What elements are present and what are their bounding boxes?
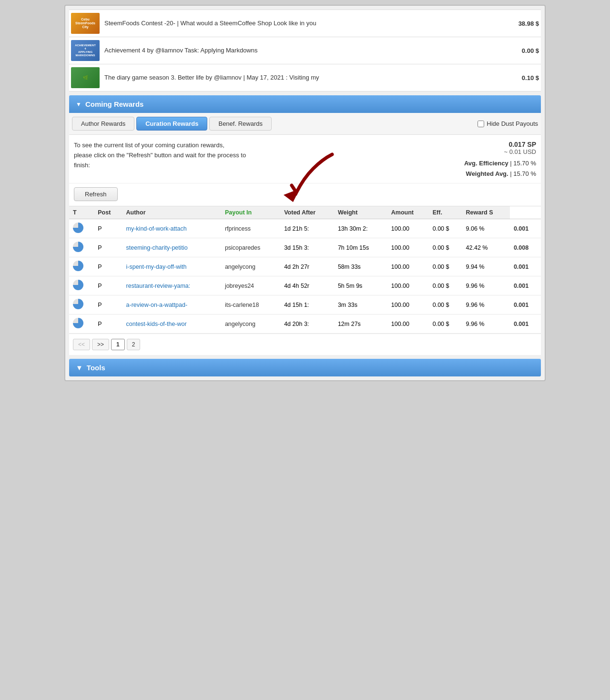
cell-weight: 100.00 (387, 314, 429, 334)
table-body: P my-kind-of-work-attach rfprincess 1d 2… (69, 219, 541, 334)
cell-voted-after: 13h 30m 2: (334, 219, 387, 238)
cell-type: P (94, 219, 122, 238)
tab-benef-rewards[interactable]: Benef. Rewards (209, 117, 272, 131)
cell-post: restaurant-review-yama: (122, 276, 221, 295)
info-right: 0.017 SP ~ 0.01 USD Avg. Efficiency | 15… (450, 141, 536, 179)
cell-author: angelycong (221, 314, 280, 334)
cell-voted-after: 12m 27s (334, 314, 387, 334)
hide-dust-label: Hide Dust Payouts (487, 120, 538, 127)
tools-collapse-arrow-icon: ▼ (76, 364, 83, 372)
refresh-button[interactable]: Refresh (74, 187, 118, 201)
post-title-3: The diary game season 3. Better life by … (104, 74, 518, 82)
cell-pie-icon (69, 295, 94, 314)
post-amount-3: 0.10 $ (522, 74, 539, 81)
post-row: ACHIEVEMENT4APPLYINGMARKDOWNS Achievemen… (69, 37, 541, 64)
cell-payout-in: 3d 15h 3: (280, 238, 334, 257)
pagination: << >> 1 2 (69, 334, 541, 355)
table-header-row: T Post Author Payout In Voted After Weig… (69, 206, 541, 219)
col-header-post: Post (94, 206, 122, 219)
post-row: 🌿 The diary game season 3. Better life b… (69, 64, 541, 91)
col-header-reward: Reward S (462, 206, 510, 219)
cell-pie-icon (69, 238, 94, 257)
pagination-prev[interactable]: << (73, 339, 90, 350)
col-header-eff: Eff. (429, 206, 462, 219)
sp-amount: 0.017 SP (450, 141, 536, 148)
usd-amount: ~ 0.01 USD (450, 148, 536, 155)
hide-dust-checkbox[interactable] (478, 121, 484, 127)
pagination-page-2[interactable]: 2 (127, 339, 141, 350)
post-list: CebuSteemFoodsCity SteemFoods Contest -2… (69, 10, 541, 91)
pagination-page-1[interactable]: 1 (111, 339, 125, 350)
cell-pie-icon (69, 257, 94, 276)
cell-author: rfprincess (221, 219, 280, 238)
cell-type: P (94, 314, 122, 334)
cell-amount: 0.00 $ (429, 276, 462, 295)
col-header-amount: Amount (387, 206, 429, 219)
efficiency-block: Avg. Efficiency | 15.70 % Weighted Avg. … (450, 158, 536, 179)
cell-amount: 0.00 $ (429, 257, 462, 276)
col-header-payout-in: Payout In (221, 206, 280, 219)
cell-eff: 9.96 % (462, 295, 510, 314)
coming-rewards-title: Coming Rewards (85, 100, 144, 108)
cell-reward: 0.008 (510, 238, 541, 257)
cell-type: P (94, 238, 122, 257)
col-header-voted-after: Voted After (280, 206, 334, 219)
post-title-1: SteemFoods Contest -20- | What would a S… (104, 20, 515, 28)
cell-author: its-carlene18 (221, 295, 280, 314)
post-thumbnail-2: ACHIEVEMENT4APPLYINGMARKDOWNS (71, 40, 100, 61)
cell-weight: 100.00 (387, 219, 429, 238)
tools-header: ▼ Tools (69, 359, 541, 376)
info-description: To see the current list of your coming c… (74, 141, 450, 179)
cell-reward: 0.001 (510, 257, 541, 276)
cell-weight: 100.00 (387, 295, 429, 314)
info-section: To see the current list of your coming c… (69, 135, 541, 183)
cell-post: steeming-charity-petitio (122, 238, 221, 257)
cell-eff: 9.06 % (462, 219, 510, 238)
cell-type: P (94, 276, 122, 295)
cell-post: contest-kids-of-the-wor (122, 314, 221, 334)
refresh-area: Refresh (69, 183, 541, 206)
coming-rewards-header: ▼ Coming Rewards (69, 95, 541, 113)
cell-author: psicoparedes (221, 238, 280, 257)
tools-title: Tools (87, 364, 105, 372)
cell-voted-after: 7h 10m 15s (334, 238, 387, 257)
cell-voted-after: 3m 33s (334, 295, 387, 314)
cell-post: a-review-on-a-wattpad- (122, 295, 221, 314)
cell-pie-icon (69, 276, 94, 295)
table-row: P steeming-charity-petitio psicoparedes … (69, 238, 541, 257)
cell-type: P (94, 257, 122, 276)
curation-table: T Post Author Payout In Voted After Weig… (69, 206, 541, 334)
cell-eff: 9.96 % (462, 314, 510, 334)
cell-pie-icon (69, 219, 94, 238)
cell-voted-after: 58m 33s (334, 257, 387, 276)
avg-efficiency-value: 15.70 % (513, 160, 536, 167)
weighted-avg-label: Weighted Avg. (466, 170, 508, 177)
tab-curation-rewards[interactable]: Curation Rewards (136, 117, 207, 131)
cell-amount: 0.00 $ (429, 314, 462, 334)
cell-amount: 0.00 $ (429, 219, 462, 238)
avg-efficiency-label: Avg. Efficiency (464, 160, 508, 167)
tab-author-rewards[interactable]: Author Rewards (72, 117, 134, 131)
pagination-next[interactable]: >> (92, 339, 109, 350)
table-row: P my-kind-of-work-attach rfprincess 1d 2… (69, 219, 541, 238)
post-thumbnail-1: CebuSteemFoodsCity (71, 13, 100, 34)
cell-reward: 0.001 (510, 219, 541, 238)
cell-voted-after: 5h 5m 9s (334, 276, 387, 295)
table-row: P i-spent-my-day-off-with angelycong 4d … (69, 257, 541, 276)
post-amount-2: 0.00 $ (522, 47, 539, 54)
hide-dust-container: Hide Dust Payouts (478, 120, 538, 127)
tab-bar: Author Rewards Curation Rewards Benef. R… (69, 113, 541, 135)
cell-payout-in: 4d 20h 3: (280, 314, 334, 334)
cell-eff: 9.94 % (462, 257, 510, 276)
cell-amount: 0.00 $ (429, 295, 462, 314)
cell-eff: 42.42 % (462, 238, 510, 257)
cell-eff: 9.96 % (462, 276, 510, 295)
cell-post: my-kind-of-work-attach (122, 219, 221, 238)
cell-payout-in: 4d 4h 52r (280, 276, 334, 295)
cell-weight: 100.00 (387, 238, 429, 257)
col-header-weight: Weight (334, 206, 387, 219)
cell-payout-in: 4d 15h 1: (280, 295, 334, 314)
cell-reward: 0.001 (510, 295, 541, 314)
cell-type: P (94, 295, 122, 314)
cell-payout-in: 4d 2h 27r (280, 257, 334, 276)
